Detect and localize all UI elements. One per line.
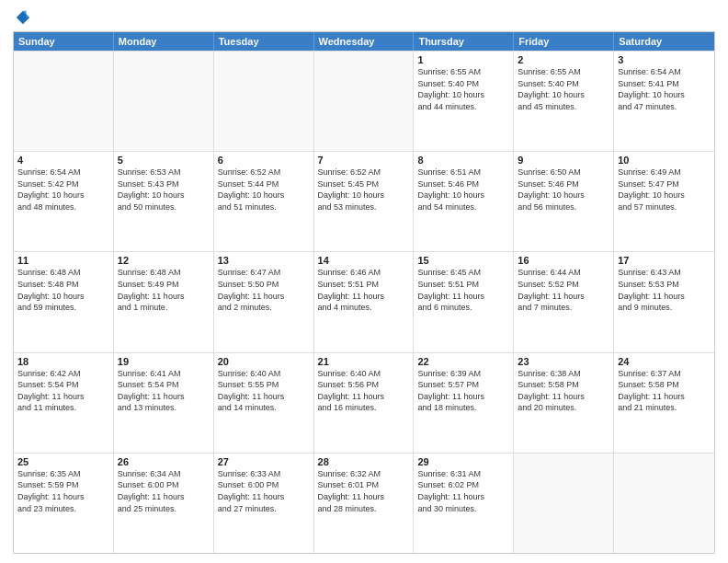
calendar-cell: 9Sunrise: 6:50 AM Sunset: 5:46 PM Daylig… xyxy=(514,152,614,251)
header-friday: Friday xyxy=(514,32,614,51)
calendar-cell xyxy=(614,454,714,553)
day-info: Sunrise: 6:34 AM Sunset: 6:00 PM Dayligh… xyxy=(118,468,210,514)
calendar-cell: 27Sunrise: 6:33 AM Sunset: 6:00 PM Dayli… xyxy=(214,454,314,553)
header-tuesday: Tuesday xyxy=(214,32,314,51)
calendar-cell: 5Sunrise: 6:53 AM Sunset: 5:43 PM Daylig… xyxy=(114,152,214,251)
day-number: 11 xyxy=(17,255,109,266)
day-number: 21 xyxy=(318,356,410,367)
calendar-cell xyxy=(314,52,415,151)
header-wednesday: Wednesday xyxy=(314,32,415,51)
day-info: Sunrise: 6:55 AM Sunset: 5:40 PM Dayligh… xyxy=(518,66,609,112)
header-saturday: Saturday xyxy=(614,32,714,51)
calendar-cell: 25Sunrise: 6:35 AM Sunset: 5:59 PM Dayli… xyxy=(14,454,114,553)
calendar-header: Sunday Monday Tuesday Wednesday Thursday… xyxy=(14,32,714,51)
calendar-cell xyxy=(214,52,314,151)
day-info: Sunrise: 6:40 AM Sunset: 5:55 PM Dayligh… xyxy=(218,368,310,414)
day-info: Sunrise: 6:38 AM Sunset: 5:58 PM Dayligh… xyxy=(518,368,609,414)
day-info: Sunrise: 6:37 AM Sunset: 5:58 PM Dayligh… xyxy=(618,368,711,414)
day-number: 16 xyxy=(518,255,609,266)
day-number: 17 xyxy=(618,255,711,266)
day-info: Sunrise: 6:40 AM Sunset: 5:56 PM Dayligh… xyxy=(318,368,410,414)
day-number: 1 xyxy=(417,54,509,65)
calendar-row-5: 25Sunrise: 6:35 AM Sunset: 5:59 PM Dayli… xyxy=(14,453,714,553)
day-info: Sunrise: 6:53 AM Sunset: 5:43 PM Dayligh… xyxy=(118,167,210,213)
day-number: 10 xyxy=(618,155,711,166)
day-info: Sunrise: 6:48 AM Sunset: 5:49 PM Dayligh… xyxy=(118,267,210,313)
day-number: 9 xyxy=(518,155,609,166)
logo-icon xyxy=(15,9,31,26)
day-number: 2 xyxy=(518,54,609,65)
day-number: 23 xyxy=(518,356,609,367)
header xyxy=(13,9,715,26)
calendar-cell xyxy=(14,52,114,151)
day-info: Sunrise: 6:42 AM Sunset: 5:54 PM Dayligh… xyxy=(17,368,109,414)
calendar-cell: 20Sunrise: 6:40 AM Sunset: 5:55 PM Dayli… xyxy=(214,353,314,453)
calendar-cell: 16Sunrise: 6:44 AM Sunset: 5:52 PM Dayli… xyxy=(514,252,614,351)
calendar-cell xyxy=(514,454,614,553)
calendar-cell: 26Sunrise: 6:34 AM Sunset: 6:00 PM Dayli… xyxy=(114,454,214,553)
day-number: 13 xyxy=(218,255,310,266)
day-number: 4 xyxy=(17,155,109,166)
calendar-cell: 3Sunrise: 6:54 AM Sunset: 5:41 PM Daylig… xyxy=(614,52,714,151)
day-number: 24 xyxy=(618,356,711,367)
day-info: Sunrise: 6:48 AM Sunset: 5:48 PM Dayligh… xyxy=(17,267,109,313)
calendar-cell: 28Sunrise: 6:32 AM Sunset: 6:01 PM Dayli… xyxy=(314,454,415,553)
calendar-cell: 21Sunrise: 6:40 AM Sunset: 5:56 PM Dayli… xyxy=(314,353,415,453)
day-info: Sunrise: 6:39 AM Sunset: 5:57 PM Dayligh… xyxy=(417,368,509,414)
day-info: Sunrise: 6:52 AM Sunset: 5:45 PM Dayligh… xyxy=(318,167,410,213)
calendar-row-4: 18Sunrise: 6:42 AM Sunset: 5:54 PM Dayli… xyxy=(14,352,714,453)
day-number: 25 xyxy=(17,456,109,467)
page: Sunday Monday Tuesday Wednesday Thursday… xyxy=(0,0,728,563)
calendar-cell: 1Sunrise: 6:55 AM Sunset: 5:40 PM Daylig… xyxy=(414,52,514,151)
day-info: Sunrise: 6:51 AM Sunset: 5:46 PM Dayligh… xyxy=(417,167,509,213)
header-thursday: Thursday xyxy=(414,32,514,51)
day-number: 5 xyxy=(118,155,210,166)
day-number: 28 xyxy=(318,456,410,467)
calendar-cell: 23Sunrise: 6:38 AM Sunset: 5:58 PM Dayli… xyxy=(514,353,614,453)
day-info: Sunrise: 6:52 AM Sunset: 5:44 PM Dayligh… xyxy=(218,167,310,213)
calendar-cell: 15Sunrise: 6:45 AM Sunset: 5:51 PM Dayli… xyxy=(414,252,514,351)
day-number: 22 xyxy=(417,356,509,367)
day-info: Sunrise: 6:41 AM Sunset: 5:54 PM Dayligh… xyxy=(118,368,210,414)
calendar-cell: 2Sunrise: 6:55 AM Sunset: 5:40 PM Daylig… xyxy=(514,52,614,151)
calendar-cell: 24Sunrise: 6:37 AM Sunset: 5:58 PM Dayli… xyxy=(614,353,714,453)
calendar-cell xyxy=(114,52,214,151)
day-number: 27 xyxy=(218,456,310,467)
calendar-cell: 22Sunrise: 6:39 AM Sunset: 5:57 PM Dayli… xyxy=(414,353,514,453)
day-info: Sunrise: 6:32 AM Sunset: 6:01 PM Dayligh… xyxy=(318,468,410,514)
day-info: Sunrise: 6:47 AM Sunset: 5:50 PM Dayligh… xyxy=(218,267,310,313)
calendar-cell: 4Sunrise: 6:54 AM Sunset: 5:42 PM Daylig… xyxy=(14,152,114,251)
day-info: Sunrise: 6:54 AM Sunset: 5:42 PM Dayligh… xyxy=(17,167,109,213)
day-number: 19 xyxy=(118,356,210,367)
day-info: Sunrise: 6:46 AM Sunset: 5:51 PM Dayligh… xyxy=(318,267,410,313)
calendar-cell: 17Sunrise: 6:43 AM Sunset: 5:53 PM Dayli… xyxy=(614,252,714,351)
day-number: 26 xyxy=(118,456,210,467)
day-number: 15 xyxy=(417,255,509,266)
day-number: 7 xyxy=(318,155,410,166)
header-sunday: Sunday xyxy=(14,32,114,51)
day-number: 20 xyxy=(218,356,310,367)
calendar-cell: 6Sunrise: 6:52 AM Sunset: 5:44 PM Daylig… xyxy=(214,152,314,251)
day-number: 14 xyxy=(318,255,410,266)
day-number: 18 xyxy=(17,356,109,367)
day-info: Sunrise: 6:33 AM Sunset: 6:00 PM Dayligh… xyxy=(218,468,310,514)
day-info: Sunrise: 6:49 AM Sunset: 5:47 PM Dayligh… xyxy=(618,167,711,213)
calendar-row-1: 1Sunrise: 6:55 AM Sunset: 5:40 PM Daylig… xyxy=(14,51,714,151)
calendar-cell: 8Sunrise: 6:51 AM Sunset: 5:46 PM Daylig… xyxy=(414,152,514,251)
day-info: Sunrise: 6:31 AM Sunset: 6:02 PM Dayligh… xyxy=(417,468,509,514)
calendar-cell: 29Sunrise: 6:31 AM Sunset: 6:02 PM Dayli… xyxy=(414,454,514,553)
day-info: Sunrise: 6:44 AM Sunset: 5:52 PM Dayligh… xyxy=(518,267,609,313)
day-number: 29 xyxy=(417,456,509,467)
day-info: Sunrise: 6:45 AM Sunset: 5:51 PM Dayligh… xyxy=(417,267,509,313)
calendar-cell: 7Sunrise: 6:52 AM Sunset: 5:45 PM Daylig… xyxy=(314,152,415,251)
calendar-cell: 11Sunrise: 6:48 AM Sunset: 5:48 PM Dayli… xyxy=(14,252,114,351)
day-number: 6 xyxy=(218,155,310,166)
calendar-row-3: 11Sunrise: 6:48 AM Sunset: 5:48 PM Dayli… xyxy=(14,251,714,351)
calendar-row-2: 4Sunrise: 6:54 AM Sunset: 5:42 PM Daylig… xyxy=(14,151,714,251)
day-number: 3 xyxy=(618,54,711,65)
header-monday: Monday xyxy=(114,32,214,51)
calendar-cell: 18Sunrise: 6:42 AM Sunset: 5:54 PM Dayli… xyxy=(14,353,114,453)
day-info: Sunrise: 6:43 AM Sunset: 5:53 PM Dayligh… xyxy=(618,267,711,313)
calendar-cell: 10Sunrise: 6:49 AM Sunset: 5:47 PM Dayli… xyxy=(614,152,714,251)
logo xyxy=(13,9,31,26)
